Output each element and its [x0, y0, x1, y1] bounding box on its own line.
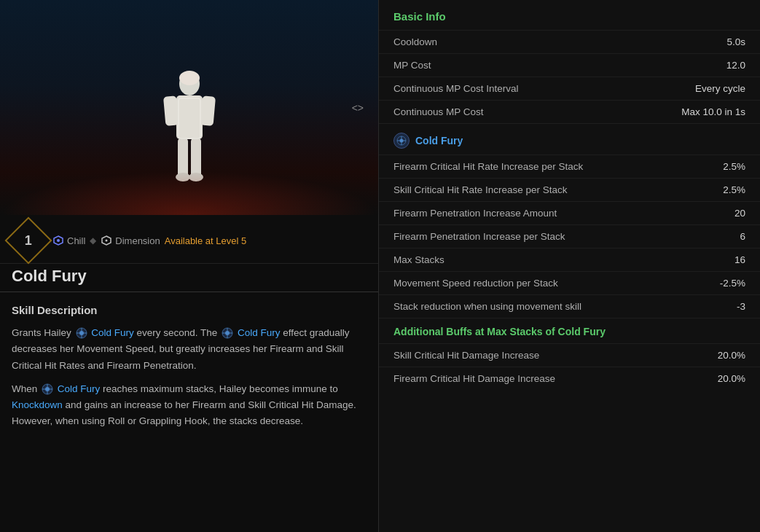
value-continuous-mp-cost: Max 10.0 in 1s — [681, 106, 745, 117]
row-firearm-pen-per-stack: Firearm Penetration Increase per Stack 6 — [379, 224, 760, 248]
row-movement-speed-per-stack: Movement Speed reduction per Stack -2.5% — [379, 271, 760, 294]
label-mp-cost-interval: Continuous MP Cost Interval — [393, 83, 519, 94]
available-text: Available at Level 5 — [165, 235, 247, 246]
cold-fury-icon-1 — [75, 326, 88, 340]
row-skill-crit-dmg: Skill Critical Hit Damage Increase 20.0% — [379, 343, 760, 367]
character-svg — [153, 62, 226, 208]
row-max-stacks: Max Stacks 16 — [379, 248, 760, 271]
tag-chill-label: Chill — [67, 235, 85, 246]
value-firearm-pen-per-stack: 6 — [740, 231, 745, 242]
svg-rect-5 — [178, 138, 188, 178]
svg-rect-3 — [163, 95, 179, 125]
value-firearm-pen-amount: 20 — [734, 208, 745, 219]
svg-point-11 — [57, 239, 60, 242]
skill-level-number: 1 — [25, 232, 32, 248]
cold-fury-buff-icon — [393, 133, 410, 149]
cold-fury-ref-2: Cold Fury — [238, 327, 281, 338]
row-skill-crit-rate-per-stack: Skill Critical Hit Rate Increase per Sta… — [379, 178, 760, 201]
cold-fury-ref-1: Cold Fury — [91, 327, 134, 338]
basic-info-title: Basic Info — [379, 0, 760, 30]
cold-fury-buff-title: Cold Fury — [415, 135, 463, 146]
tag-dimension: Dimension — [101, 235, 160, 246]
skill-description-section: Skill Description Grants Hailey Cold Fur… — [0, 292, 378, 532]
value-cooldown: 5.0s — [726, 36, 745, 47]
cold-fury-ref-3: Cold Fury — [58, 383, 101, 394]
row-mp-cost-interval: Continuous MP Cost Interval Every cycle — [379, 77, 760, 100]
tag-separator: ◆ — [90, 235, 96, 246]
svg-point-8 — [189, 173, 203, 181]
chill-icon — [52, 235, 64, 246]
label-cooldown: Cooldown — [393, 36, 437, 47]
value-movement-speed-per-stack: -2.5% — [720, 278, 745, 289]
value-mp-cost: 12.0 — [726, 60, 745, 71]
row-stack-reduction: Stack reduction when using movement skil… — [379, 294, 760, 318]
row-mp-cost: MP Cost 12.0 — [379, 53, 760, 77]
value-firearm-crit-dmg: 20.0% — [718, 373, 745, 384]
svg-point-13 — [106, 240, 108, 242]
skill-header: 1 Chill ◆ Dimension Available at Level 5 — [0, 215, 378, 264]
tag-dimension-label: Dimension — [115, 235, 160, 246]
dimension-icon — [101, 235, 112, 246]
label-firearm-crit-rate-per-stack: Firearm Critical Hit Rate Increase per S… — [393, 161, 583, 172]
character-display — [153, 0, 226, 215]
value-skill-crit-rate-per-stack: 2.5% — [723, 184, 745, 195]
cold-fury-buff-header: Cold Fury — [379, 123, 760, 154]
label-skill-crit-rate-per-stack: Skill Critical Hit Rate Increase per Sta… — [393, 184, 568, 195]
value-max-stacks: 16 — [734, 254, 745, 265]
row-firearm-crit-rate-per-stack: Firearm Critical Hit Rate Increase per S… — [379, 154, 760, 178]
cold-fury-icon-2 — [221, 326, 234, 340]
row-firearm-crit-dmg: Firearm Critical Hit Damage Increase 20.… — [379, 367, 760, 390]
skill-preview: <> — [0, 0, 378, 215]
row-cooldown: Cooldown 5.0s — [379, 30, 760, 53]
left-panel: <> 1 Chill ◆ Dimension — [0, 0, 379, 532]
additional-buffs-title: Additional Buffs at Max Stacks of Cold F… — [379, 318, 760, 343]
label-skill-crit-dmg: Skill Critical Hit Damage Increase — [393, 350, 539, 361]
svg-point-7 — [176, 173, 190, 181]
right-panel[interactable]: Basic Info Cooldown 5.0s MP Cost 12.0 Co… — [379, 0, 760, 532]
tag-chill: Chill — [52, 235, 85, 246]
cold-fury-icon-3 — [41, 383, 54, 396]
label-firearm-pen-amount: Firearm Penetration Increase Amount — [393, 208, 557, 219]
value-firearm-crit-rate-per-stack: 2.5% — [723, 161, 745, 172]
label-continuous-mp-cost: Continuous MP Cost — [393, 106, 484, 117]
label-max-stacks: Max Stacks — [393, 254, 444, 265]
value-mp-cost-interval: Every cycle — [695, 83, 745, 94]
svg-point-1 — [179, 71, 200, 85]
label-stack-reduction: Stack reduction when using movement skil… — [393, 301, 581, 312]
label-mp-cost: MP Cost — [393, 60, 431, 71]
skill-tags: Chill ◆ Dimension Available at Level 5 — [52, 235, 246, 246]
label-firearm-crit-dmg: Firearm Critical Hit Damage Increase — [393, 373, 555, 384]
value-skill-crit-dmg: 20.0% — [718, 350, 745, 361]
expand-icon[interactable]: <> — [352, 102, 364, 114]
value-stack-reduction: -3 — [737, 301, 745, 312]
section-title: Skill Description — [12, 304, 367, 316]
description-text: Grants Hailey Cold Fury every second. Th… — [12, 325, 367, 430]
knockdown-ref: Knockdown — [12, 399, 63, 410]
skill-name: Cold Fury — [0, 264, 378, 292]
label-firearm-pen-per-stack: Firearm Penetration Increase per Stack — [393, 231, 565, 242]
svg-rect-4 — [200, 95, 215, 125]
row-firearm-pen-amount: Firearm Penetration Increase Amount 20 — [379, 201, 760, 224]
row-continuous-mp-cost: Continuous MP Cost Max 10.0 in 1s — [379, 100, 760, 123]
skill-level-badge: 1 — [4, 216, 52, 264]
svg-rect-2 — [176, 95, 203, 139]
svg-rect-6 — [191, 138, 201, 178]
label-movement-speed-per-stack: Movement Speed reduction per Stack — [393, 278, 558, 289]
